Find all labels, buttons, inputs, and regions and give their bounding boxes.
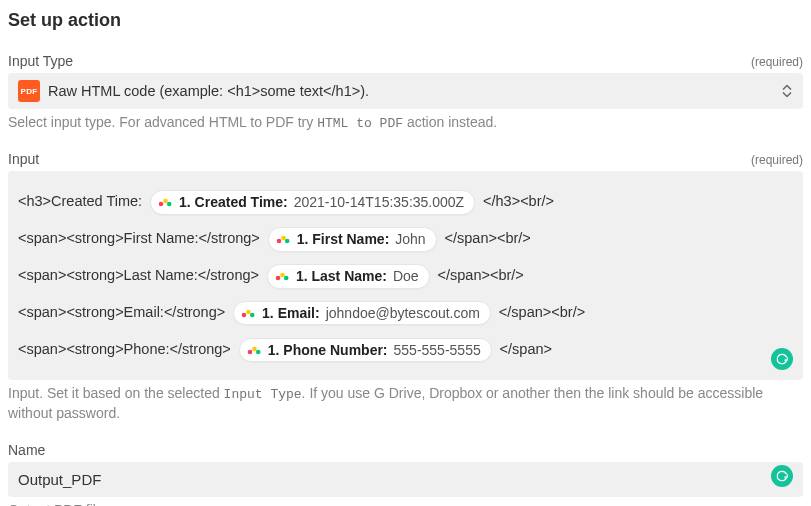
input-type-select[interactable]: PDF Raw HTML code (example: <h1>some tex…: [8, 73, 803, 109]
input-line: <span><strong>Last Name:</strong> 1. Las…: [18, 257, 793, 294]
helper-pre: Input. Set it based on the selected: [8, 385, 224, 401]
raw-text: </span>: [500, 341, 552, 357]
input-line: <h3>Created Time: 1. Created Time: 2021-…: [18, 183, 793, 220]
data-token[interactable]: 1. Created Time: 2021-10-14T15:35:35.000…: [150, 190, 475, 214]
token-value: 555-555-5555: [394, 341, 481, 359]
data-token[interactable]: 1. First Name: John: [268, 227, 437, 251]
input-type-label: Input Type: [8, 53, 73, 69]
helper-post: action instead.: [403, 114, 497, 130]
svg-point-8: [284, 276, 289, 281]
required-tag: (required): [751, 153, 803, 167]
token-label: 1. First Name:: [297, 230, 390, 248]
token-value: 2021-10-14T15:35:35.000Z: [294, 193, 464, 211]
name-input[interactable]: [18, 471, 793, 488]
svg-point-13: [252, 347, 257, 352]
svg-point-7: [280, 273, 285, 278]
input-type-value: Raw HTML code (example: <h1>some text</h…: [48, 83, 369, 99]
svg-point-14: [256, 350, 261, 355]
monday-icon: [275, 231, 291, 247]
monday-icon: [157, 194, 173, 210]
token-label: 1. Phone Number:: [268, 341, 388, 359]
monday-icon: [240, 305, 256, 321]
page-title: Set up action: [8, 10, 803, 31]
helper-code: HTML to PDF: [317, 116, 403, 131]
monday-icon: [246, 342, 262, 358]
raw-text: </span><br/>: [499, 304, 585, 320]
input-label: Input: [8, 151, 39, 167]
name-label: Name: [8, 442, 45, 458]
svg-point-9: [242, 313, 247, 318]
raw-text: <span><strong>First Name:</strong>: [18, 230, 260, 246]
field-header: Input (required): [8, 151, 803, 167]
token-label: 1. Last Name:: [296, 267, 387, 285]
raw-text: <span><strong>Phone:</strong>: [18, 341, 231, 357]
token-label: 1. Created Time:: [179, 193, 288, 211]
data-token[interactable]: 1. Last Name: Doe: [267, 264, 430, 288]
raw-text: </h3><br/>: [483, 193, 554, 209]
data-token[interactable]: 1. Email: johndoe@bytescout.com: [233, 301, 491, 325]
token-label: 1. Email:: [262, 304, 320, 322]
token-value: johndoe@bytescout.com: [326, 304, 480, 322]
field-header: Name: [8, 442, 803, 458]
grammarly-icon[interactable]: [771, 465, 793, 487]
svg-point-10: [246, 310, 251, 315]
input-textarea[interactable]: <h3>Created Time: 1. Created Time: 2021-…: [8, 171, 803, 380]
input-line: <span><strong>Phone:</strong> 1. Phone N…: [18, 331, 793, 368]
token-value: Doe: [393, 267, 419, 285]
raw-text: <span><strong>Email:</strong>: [18, 304, 225, 320]
input-type-helper: Select input type. For advanced HTML to …: [8, 113, 803, 133]
helper-pre: Select input type. For advanced HTML to …: [8, 114, 317, 130]
raw-text: </span><br/>: [438, 267, 524, 283]
name-helper: Output PDF file name.: [8, 501, 803, 506]
raw-text: </span><br/>: [445, 230, 531, 246]
svg-point-0: [159, 202, 164, 207]
pdf-icon: PDF: [18, 80, 40, 102]
svg-point-11: [250, 313, 255, 318]
svg-point-3: [276, 239, 281, 244]
monday-icon: [274, 268, 290, 284]
input-line: <span><strong>First Name:</strong> 1. Fi…: [18, 220, 793, 257]
svg-point-1: [163, 199, 168, 204]
required-tag: (required): [751, 55, 803, 69]
raw-text: <span><strong>Last Name:</strong>: [18, 267, 259, 283]
svg-point-5: [285, 239, 290, 244]
data-token[interactable]: 1. Phone Number: 555-555-5555: [239, 338, 492, 362]
chevron-updown-icon: [781, 85, 793, 98]
svg-point-2: [167, 202, 172, 207]
field-header: Input Type (required): [8, 53, 803, 69]
svg-point-12: [247, 350, 252, 355]
svg-point-6: [276, 276, 281, 281]
raw-text: <h3>Created Time:: [18, 193, 142, 209]
helper-code: Input Type: [224, 387, 302, 402]
input-type-field: Input Type (required) PDF Raw HTML code …: [8, 53, 803, 133]
grammarly-icon[interactable]: [771, 348, 793, 370]
svg-point-4: [281, 236, 286, 241]
name-input-wrap: [8, 462, 803, 497]
input-line: <span><strong>Email:</strong> 1. Email: …: [18, 294, 793, 331]
token-value: John: [395, 230, 425, 248]
name-field: Name Output PDF file name.: [8, 442, 803, 506]
input-field: Input (required) <h3>Created Time: 1. Cr…: [8, 151, 803, 424]
input-helper: Input. Set it based on the selected Inpu…: [8, 384, 803, 424]
